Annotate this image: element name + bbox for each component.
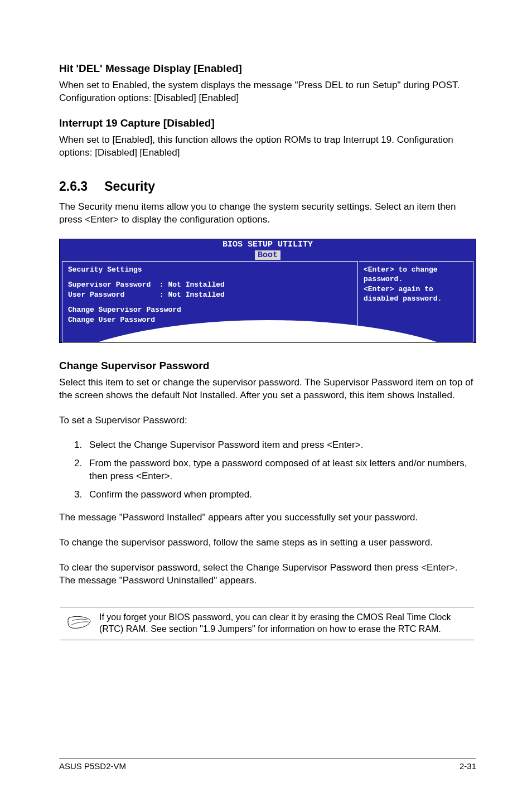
bios-help-4: disabled password.: [364, 294, 468, 304]
bios-help-1: <Enter> to change: [364, 265, 468, 275]
para-csp-2: To set a Supervisor Password:: [59, 414, 476, 427]
note-block: If you forget your BIOS password, you ca…: [60, 607, 474, 640]
para-csp-3: The message "Password Installed" appears…: [59, 511, 476, 524]
para-csp-4: To change the supervisor password, follo…: [59, 537, 476, 549]
bios-row-change-sup: Change Supervisor Password: [68, 305, 352, 315]
step-1: Select the Change Supervisor Password it…: [85, 439, 476, 452]
section-title: Security: [104, 179, 155, 194]
steps-list: Select the Change Supervisor Password it…: [59, 439, 476, 501]
bios-row-supervisor: Supervisor Password : Not Installed: [68, 280, 352, 290]
bios-help-2: password.: [364, 274, 468, 284]
note-text: If you forget your BIOS password, you ca…: [99, 612, 474, 635]
step-3: Confirm the password when prompted.: [85, 489, 476, 501]
para-hit-del-2: Configuration options: [Disabled] [Enabl…: [59, 92, 476, 105]
heading-hit-del: Hit 'DEL' Message Display [Enabled]: [59, 62, 476, 75]
heading-security: 2.6.3Security: [59, 179, 476, 194]
para-security-intro: The Security menu items allow you to cha…: [59, 201, 476, 226]
footer-right: 2-31: [460, 761, 476, 771]
para-csp-1: Select this item to set or change the su…: [59, 376, 476, 402]
heading-change-sup: Change Supervisor Password: [59, 360, 476, 372]
footer-rule: [59, 758, 476, 758]
bios-tab-row: Boot: [60, 249, 476, 259]
footer-row: ASUS P5SD2-VM 2-31: [59, 761, 476, 771]
bios-title: BIOS SETUP UTILITY: [60, 239, 476, 249]
step-2: From the password box, type a password c…: [85, 457, 476, 483]
heading-int19: Interrupt 19 Capture [Disabled]: [59, 117, 476, 129]
bios-row-user: User Password : Not Installed: [68, 290, 352, 300]
bios-screenshot: BIOS SETUP UTILITY Boot Security Setting…: [59, 239, 476, 343]
bios-active-tab: Boot: [255, 250, 280, 260]
para-int19: When set to [Enabled], this function all…: [59, 134, 476, 160]
footer-left: ASUS P5SD2-VM: [59, 761, 126, 771]
para-csp-5: To clear the supervisor password, select…: [59, 562, 476, 587]
note-hand-icon: [60, 612, 99, 635]
bios-left-heading: Security Settings: [68, 265, 352, 275]
para-hit-del-1: When set to Enabled, the system displays…: [59, 79, 476, 92]
section-number: 2.6.3: [59, 179, 88, 194]
bios-help-3: <Enter> again to: [364, 284, 468, 294]
